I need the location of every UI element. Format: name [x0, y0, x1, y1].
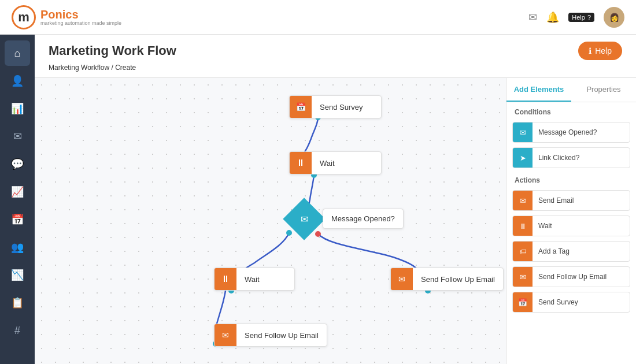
action-wait-label: Wait [533, 222, 558, 230]
node-wait-1[interactable]: ⏸ Wait [289, 151, 382, 174]
page-header-top: Marketing Work Flow ℹ Help [49, 42, 622, 60]
sidebar-item-analytics[interactable]: 📊 [5, 96, 30, 121]
action-wait-icon: ⏸ [513, 216, 533, 236]
workflow-arrows [35, 78, 506, 364]
node-message-opened-container: ✉ Message Opened? [289, 204, 319, 234]
tab-add-elements[interactable]: Add Elements [506, 78, 571, 102]
sidebar-item-contacts[interactable]: 👤 [5, 68, 30, 94]
notification-icon[interactable]: 🔔 [546, 11, 559, 24]
action-send-email-label: Send Email [533, 196, 579, 205]
breadcrumb-current: Create [115, 64, 136, 72]
avatar[interactable]: 👩 [604, 7, 624, 28]
node-label-wait-2: Wait [236, 275, 268, 284]
topbar-right: ✉ 🔔 Help ? 👩 [528, 7, 624, 28]
action-add-tag-label: Add a Tag [533, 247, 575, 255]
panel-action-wait[interactable]: ⏸ Wait [512, 216, 630, 236]
panel-condition-message-opened[interactable]: ✉ Message Opened? [512, 122, 630, 143]
logo-text: Ponics marketing automation made simple [40, 9, 121, 26]
panel-action-add-tag[interactable]: 🏷 Add a Tag [512, 241, 630, 262]
action-send-follow-up-label: Send Follow Up Email [533, 273, 612, 281]
topbar: m Ponics marketing automation made simpl… [0, 0, 636, 35]
logo-circle: m [12, 5, 36, 29]
node-send-follow-up-right[interactable]: ✉ Send Follow Up Email [390, 268, 504, 291]
action-add-tag-icon: 🏷 [513, 242, 533, 261]
breadcrumb: Marketing Workflow / Create [49, 64, 622, 77]
logo-ponics-span: Ponics [40, 8, 79, 21]
canvas[interactable]: 📅 Send Survey ⏸ Wait ✉ Message Opened? [35, 78, 506, 364]
email-icon[interactable]: ✉ [528, 11, 537, 24]
condition-link-clicked-icon: ➤ [513, 148, 533, 168]
workspace: 📅 Send Survey ⏸ Wait ✉ Message Opened? [35, 78, 636, 364]
page-title: Marketing Work Flow [49, 43, 176, 58]
condition-link-clicked-label: Link Clicked? [533, 154, 585, 162]
panel-tabs: Add Elements Properties [506, 78, 636, 102]
node-label-wait-1: Wait [312, 159, 343, 168]
node-label-send-survey: Send Survey [312, 103, 371, 112]
action-send-follow-up-icon: ✉ [513, 267, 533, 287]
logo-tagline: marketing automation made simple [40, 20, 121, 26]
panel-action-send-survey[interactable]: 📅 Send Survey [512, 292, 630, 313]
sidebar-item-chat[interactable]: 💬 [5, 151, 30, 177]
right-panel: Add Elements Properties Conditions ✉ Mes… [506, 78, 636, 364]
info-icon: ℹ [589, 46, 591, 55]
node-message-opened-label: Message Opened? [323, 209, 404, 229]
node-icon-follow-up-right: ✉ [391, 268, 413, 290]
logo: m Ponics marketing automation made simpl… [12, 5, 121, 29]
node-wait-2[interactable]: ⏸ Wait [214, 268, 295, 291]
action-send-survey-icon: 📅 [513, 292, 533, 312]
action-send-email-icon: ✉ [513, 191, 533, 210]
node-label-follow-up-right: Send Follow Up Email [413, 275, 503, 284]
sidebar-item-email[interactable]: ✉ [5, 124, 30, 149]
sidebar: ⌂ 👤 📊 ✉ 💬 📈 📅 👥 📉 📋 # [0, 35, 35, 364]
help-badge-label: Help [572, 14, 585, 21]
sidebar-item-line-chart[interactable]: 📋 [5, 290, 30, 315]
help-button[interactable]: ℹ Help [578, 42, 622, 60]
node-send-survey-top[interactable]: 📅 Send Survey [289, 95, 382, 118]
node-message-opened-diamond[interactable]: ✉ [283, 198, 326, 240]
main-layout: ⌂ 👤 📊 ✉ 💬 📈 📅 👥 📉 📋 # Marketing Work Flo… [0, 35, 636, 364]
action-send-survey-label: Send Survey [533, 298, 584, 306]
node-icon-follow-up-bottom: ✉ [215, 324, 236, 346]
question-icon: ? [587, 14, 591, 21]
condition-message-opened-label: Message Opened? [533, 128, 602, 136]
actions-title: Actions [506, 170, 636, 188]
page-header: Marketing Work Flow ℹ Help Marketing Wor… [35, 35, 636, 78]
condition-message-opened-icon: ✉ [513, 122, 533, 142]
sidebar-item-home[interactable]: ⌂ [5, 40, 30, 66]
panel-action-send-follow-up[interactable]: ✉ Send Follow Up Email [512, 266, 630, 287]
sidebar-item-team[interactable]: 👥 [5, 235, 30, 260]
node-label-follow-up-bottom: Send Follow Up Email [236, 331, 327, 340]
node-icon-wait-1: ⏸ [290, 152, 312, 174]
node-icon-send-survey: 📅 [290, 96, 312, 118]
breadcrumb-parent[interactable]: Marketing Workflow [49, 64, 109, 72]
sidebar-item-calendar[interactable]: 📅 [5, 207, 30, 232]
diamond-email-icon: ✉ [301, 214, 308, 225]
logo-m-letter: m [18, 10, 29, 25]
node-icon-wait-2: ⏸ [215, 268, 236, 290]
panel-action-send-email[interactable]: ✉ Send Email [512, 190, 630, 211]
tab-properties[interactable]: Properties [571, 78, 636, 102]
help-button-label: Help [595, 46, 612, 55]
logo-ponics: Ponics [40, 9, 121, 20]
conditions-title: Conditions [506, 102, 636, 120]
node-send-follow-up-bottom[interactable]: ✉ Send Follow Up Email [214, 324, 327, 347]
sidebar-item-bar-chart[interactable]: 📉 [5, 262, 30, 288]
sidebar-item-hashtag[interactable]: # [5, 318, 30, 343]
content: Marketing Work Flow ℹ Help Marketing Wor… [35, 35, 636, 364]
panel-condition-link-clicked[interactable]: ➤ Link Clicked? [512, 147, 630, 168]
sidebar-item-reports[interactable]: 📈 [5, 179, 30, 205]
help-badge[interactable]: Help ? [568, 13, 594, 22]
